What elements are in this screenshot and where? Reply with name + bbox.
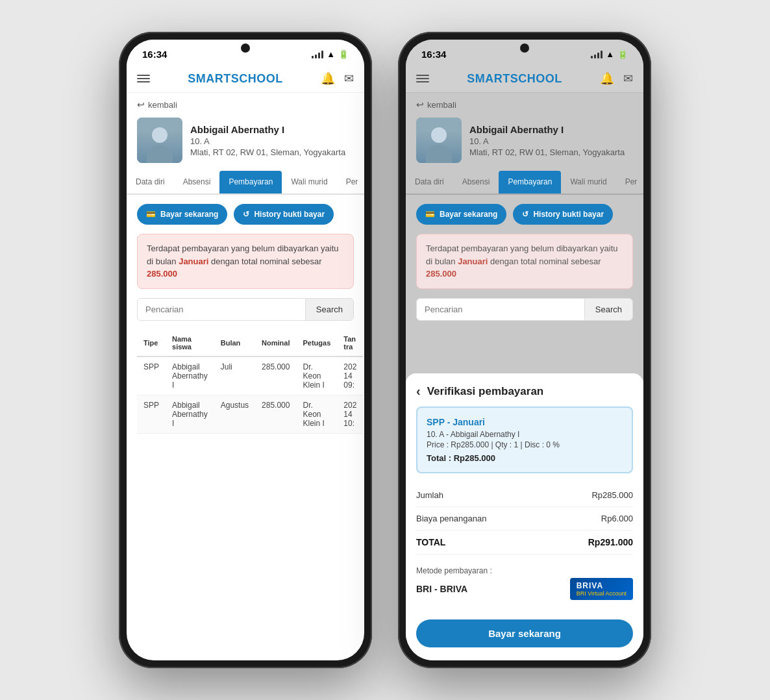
payment-method-name: BRI - BRIVA xyxy=(416,584,467,594)
tab-per-right[interactable]: Per xyxy=(616,171,643,195)
col-nominal: Nominal xyxy=(255,330,296,356)
history-button-right[interactable]: ↺ History bukti bayar xyxy=(513,204,613,225)
student-class-right: 10. A xyxy=(469,136,625,146)
alert-month-right: Januari xyxy=(458,256,488,266)
search-button-right[interactable]: Search xyxy=(584,299,632,320)
payment-card-line2: Price : Rp285.000 | Qty : 1 | Disc : 0 % xyxy=(427,440,623,449)
tab-data-diri-right[interactable]: Data diri xyxy=(406,171,453,195)
col-nama: Nama siswa xyxy=(166,330,214,356)
hamburger-menu-right[interactable] xyxy=(416,75,429,82)
biaya-label: Biaya penanganan xyxy=(416,514,486,523)
cell-tipe: SPP xyxy=(137,395,166,433)
search-input[interactable] xyxy=(138,299,305,320)
alert-amount: 285.000 xyxy=(147,269,177,279)
tab-wali-murid-right[interactable]: Wali murid xyxy=(561,171,615,195)
payment-table: Tipe Nama siswa Bulan Nominal Petugas Ta… xyxy=(137,330,363,434)
modal-pay-button[interactable]: Bayar sekarang xyxy=(416,619,633,647)
cell-nominal: 285.000 xyxy=(255,395,296,433)
back-button-right[interactable]: ↩ kembali xyxy=(406,93,643,114)
student-details-right: Abbigail Abernathy I 10. A Mlati, RT 02,… xyxy=(469,124,625,157)
alert-box-right: Terdapat pembayaran yang belum dibayarka… xyxy=(416,234,633,289)
student-details: Abbigail Abernathy I 10. A Mlati, RT 02,… xyxy=(190,124,345,157)
background-content: ↩ kembali Abbigail Abernathy I 10. A Mla… xyxy=(406,93,643,660)
back-label: kembali xyxy=(148,100,177,110)
tab-per[interactable]: Per xyxy=(337,171,364,195)
cell-bulan: Agustus xyxy=(214,395,255,433)
summary-jumlah: Jumlah Rp285.000 xyxy=(416,484,633,507)
tab-absensi-right[interactable]: Absensi xyxy=(453,171,499,195)
alert-amount-right: 285.000 xyxy=(426,269,456,279)
student-name-right: Abbigail Abernathy I xyxy=(469,124,625,135)
wifi-icon: ▲ xyxy=(327,49,335,59)
cell-bulan: Juli xyxy=(214,356,255,395)
table-row: SPP Abbigail Abernathy I Agustus 285.000… xyxy=(137,395,363,433)
status-time-right: 16:34 xyxy=(421,49,446,60)
back-arrow-icon-right: ↩ xyxy=(416,99,424,110)
alert-box: Terdapat pembayaran yang belum dibayarka… xyxy=(137,234,354,289)
col-tanggal: Tan tra xyxy=(337,330,363,356)
briva-sub: BRI Virtual Account xyxy=(577,590,627,597)
biaya-value: Rp6.000 xyxy=(601,514,633,523)
signal-icon xyxy=(312,51,323,58)
student-avatar xyxy=(137,118,182,163)
tab-pembayaran-right[interactable]: Pembayaran xyxy=(499,171,561,195)
history-icon: ↺ xyxy=(243,210,249,219)
cell-tipe: SPP xyxy=(137,356,166,395)
col-petugas: Petugas xyxy=(296,330,337,356)
right-phone: 16:34 ▲ 🔋 SMARTSCHOOL 🔔 ✉ xyxy=(398,32,651,668)
summary-biaya: Biaya penanganan Rp6.000 xyxy=(416,507,633,531)
header-icons-right: 🔔 ✉ xyxy=(600,71,633,86)
bell-icon-right[interactable]: 🔔 xyxy=(600,71,614,86)
tab-wali-murid[interactable]: Wali murid xyxy=(282,171,336,195)
screen-content: ↩ kembali Abbigail Abernathy I 10. A Mla… xyxy=(127,93,364,660)
tab-bar-right: Data diri Absensi Pembayaran Wali murid … xyxy=(406,171,643,195)
history-button[interactable]: ↺ History bukti bayar xyxy=(234,204,334,225)
search-input-right[interactable] xyxy=(417,299,584,320)
table-row: SPP Abbigail Abernathy I Juli 285.000 Dr… xyxy=(137,356,363,395)
payment-method-value: BRI - BRIVA BRIVA BRI Virtual Account xyxy=(416,578,633,600)
back-arrow-icon: ↩ xyxy=(137,99,145,110)
hamburger-menu[interactable] xyxy=(137,75,150,82)
action-buttons: 💳 Bayar sekarang ↺ History bukti bayar xyxy=(127,195,364,234)
payment-table-container: Tipe Nama siswa Bulan Nominal Petugas Ta… xyxy=(127,330,364,447)
cell-petugas: Dr. Keon Klein I xyxy=(296,395,337,433)
history-icon-right: ↺ xyxy=(522,210,528,219)
avatar-silhouette xyxy=(137,118,182,163)
cell-nama: Abbigail Abernathy I xyxy=(166,395,214,433)
card-icon-right: 💳 xyxy=(425,210,435,219)
pay-now-button-right[interactable]: 💳 Bayar sekarang xyxy=(416,204,506,225)
alert-middle-right: dengan total nominal sebesar xyxy=(488,256,601,266)
app-header-right: SMARTSCHOOL 🔔 ✉ xyxy=(406,65,643,93)
summary-section: Jumlah Rp285.000 Biaya penanganan Rp6.00… xyxy=(416,484,633,555)
briva-logo: BRIVA BRI Virtual Account xyxy=(570,578,633,600)
card-icon: 💳 xyxy=(146,210,156,219)
modal-title: Verifikasi pembayaran xyxy=(427,385,544,398)
header-icons: 🔔 ✉ xyxy=(321,71,354,86)
bell-icon[interactable]: 🔔 xyxy=(321,71,335,86)
student-address-right: Mlati, RT 02, RW 01, Sleman, Yogyakarta xyxy=(469,147,625,157)
mail-icon[interactable]: ✉ xyxy=(344,71,354,86)
student-name: Abbigail Abernathy I xyxy=(190,124,345,135)
col-bulan: Bulan xyxy=(214,330,255,356)
tab-absensi[interactable]: Absensi xyxy=(174,171,220,195)
left-phone: 16:34 ▲ 🔋 SMARTSCHOOL 🔔 ✉ xyxy=(119,32,372,668)
alert-month: Januari xyxy=(179,256,208,266)
tab-pembayaran[interactable]: Pembayaran xyxy=(219,171,282,195)
modal-back-button[interactable]: ‹ xyxy=(416,384,421,399)
wifi-icon-right: ▲ xyxy=(606,49,614,59)
col-tipe: Tipe xyxy=(137,330,166,356)
payment-modal: ‹ Verifikasi pembayaran SPP - Januari 10… xyxy=(406,373,643,660)
battery-icon: 🔋 xyxy=(338,49,349,59)
pay-now-button[interactable]: 💳 Bayar sekarang xyxy=(137,204,227,225)
status-icons: ▲ 🔋 xyxy=(312,49,349,59)
tab-data-diri[interactable]: Data diri xyxy=(127,171,174,195)
student-info: Abbigail Abernathy I 10. A Mlati, RT 02,… xyxy=(127,114,364,171)
back-button[interactable]: ↩ kembali xyxy=(127,93,364,114)
search-button[interactable]: Search xyxy=(305,299,353,320)
camera-notch xyxy=(241,44,250,53)
mail-icon-right[interactable]: ✉ xyxy=(623,71,633,86)
cell-tanggal: 202 14 09: xyxy=(337,356,363,395)
alert-middle: dengan total nominal sebesar xyxy=(208,256,321,266)
modal-header: ‹ Verifikasi pembayaran xyxy=(406,373,643,406)
signal-icon-right xyxy=(591,51,602,58)
